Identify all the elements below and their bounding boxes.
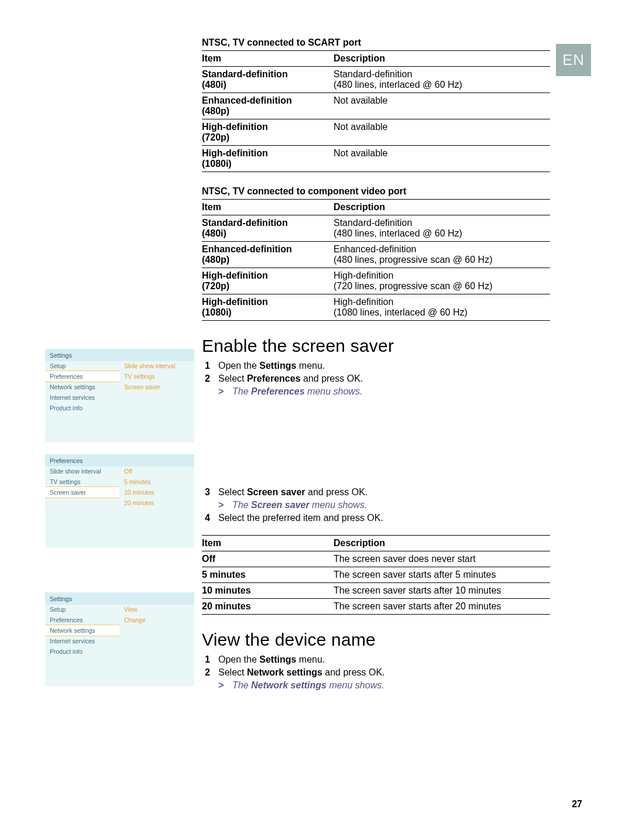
table-caption-scart: NTSC, TV connected to SCART port (202, 37, 550, 48)
step-text: Select Screen saver and press OK. (218, 487, 550, 498)
ui-menu-item: Setup (45, 361, 119, 371)
ui-menu-item: Slide show interval (119, 361, 194, 371)
table-row: High-definition(720p)High-definition(720… (202, 268, 550, 294)
ui-menu-item: View (119, 604, 194, 615)
result: > The Preferences menu shows. (202, 385, 550, 398)
ui-menu-item: Network settings (45, 382, 119, 392)
steps-enable: 1 Open the Settings menu. 2 Select Prefe… (202, 359, 550, 385)
table-row: Standard-definition(480i)Standard-defini… (202, 67, 550, 93)
step: 4 Select the preferred item and press OK… (202, 512, 550, 524)
th-desc: Description (334, 536, 550, 551)
table-row: High-definition(1080i)High-definition(10… (202, 294, 550, 321)
table-row: High-definition(1080i)Not available (202, 146, 550, 172)
steps-enable-cont2: 4 Select the preferred item and press OK… (202, 512, 550, 524)
ui-menu-item: Preferences (45, 371, 119, 382)
table-row: 20 minutesThe screen saver starts after … (202, 599, 550, 615)
ui-menu-item: TV settings (119, 371, 194, 382)
ui-menu-item: Off (119, 466, 194, 476)
ui-menu-item: TV settings (45, 476, 119, 487)
result-text: The Preferences menu shows. (232, 386, 362, 397)
step-num: 2 (202, 667, 210, 678)
table-row: 5 minutesThe screen saver starts after 5… (202, 567, 550, 583)
step-text: Select the preferred item and press OK. (218, 513, 550, 523)
table-caption-component: NTSC, TV connected to component video po… (202, 186, 550, 197)
result-text: The Network settings menu shows. (232, 680, 384, 691)
table-component: Item Description Standard-definition(480… (202, 199, 550, 321)
step: 3 Select Screen saver and press OK. (202, 486, 550, 499)
step-num: 1 (202, 361, 210, 371)
table-saver: Item Description OffThe screen saver doe… (202, 535, 550, 615)
ui-menu-item: Slide show interval (45, 466, 119, 476)
ui-menu-item: 10 minutes (119, 487, 194, 498)
ui-menu-item: Setup (45, 604, 119, 615)
th-item: Item (202, 536, 334, 551)
th-desc: Description (334, 51, 550, 67)
table-row: Enhanced-definition(480p)Enhanced-defini… (202, 242, 550, 268)
th-item: Item (202, 51, 334, 67)
table-row: OffThe screen saver does never start (202, 551, 550, 567)
step: 2 Select Network settings and press OK. (202, 666, 550, 679)
ui-title: Settings (45, 592, 194, 605)
table-row: Enhanced-definition(480p)Not available (202, 93, 550, 119)
result: > The Screen saver menu shows. (202, 499, 550, 512)
page-number: 27 (572, 799, 582, 810)
ui-mock-settings-prefs: Settings SetupPreferencesNetwork setting… (45, 349, 194, 443)
ui-menu-item: Screen saver (119, 382, 194, 392)
result-arrow-icon: > (218, 386, 226, 397)
steps-view: 1 Open the Settings menu. 2 Select Netwo… (202, 653, 550, 679)
ui-menu-item: Internet services (45, 392, 119, 403)
result-text: The Screen saver menu shows. (232, 500, 367, 510)
ui-menu-item: Product info (45, 403, 119, 413)
section-view-title: View the device name (202, 630, 550, 650)
ui-menu-item: Network settings (45, 625, 119, 636)
ui-menu-item: 20 minutes (119, 498, 194, 508)
result-arrow-icon: > (218, 500, 226, 510)
ui-mock-prefs-saver: Preferences Slide show intervalTV settin… (45, 454, 194, 548)
step-num: 1 (202, 654, 210, 665)
th-item: Item (202, 200, 334, 215)
ui-menu-item: Screen saver (45, 486, 119, 498)
ui-menu-item: Preferences (45, 615, 119, 625)
step: 2 Select Preferences and press OK. (202, 372, 550, 385)
ui-menu-item: 5 minutes (119, 476, 194, 487)
table-row: Standard-definition(480i)Standard-defini… (202, 215, 550, 242)
step-text: Open the Settings menu. (218, 654, 550, 665)
step-text: Open the Settings menu. (218, 361, 550, 371)
step-num: 4 (202, 513, 210, 523)
th-desc: Description (334, 200, 550, 215)
table-row: 10 minutesThe screen saver starts after … (202, 583, 550, 599)
language-tab: EN (556, 44, 591, 76)
step-num: 3 (202, 487, 210, 498)
ui-title: Preferences (45, 454, 194, 467)
main-content: NTSC, TV connected to SCART port Item De… (202, 34, 550, 692)
section-enable-title: Enable the screen saver (202, 336, 550, 356)
step-text: Select Preferences and press OK. (218, 373, 550, 384)
ui-menu-item: Internet services (45, 636, 119, 646)
result: > The Network settings menu shows. (202, 679, 550, 692)
step-text: Select Network settings and press OK. (218, 667, 550, 678)
result-arrow-icon: > (218, 680, 226, 691)
table-row: High-definition(720p)Not available (202, 119, 550, 146)
step: 1 Open the Settings menu. (202, 359, 550, 372)
ui-menu-item: Change (119, 615, 194, 625)
step: 1 Open the Settings menu. (202, 653, 550, 666)
steps-enable-cont: 3 Select Screen saver and press OK. (202, 486, 550, 499)
ui-menu-item: Product info (45, 646, 119, 657)
ui-title: Settings (45, 349, 194, 361)
step-num: 2 (202, 373, 210, 384)
table-scart: Item Description Standard-definition(480… (202, 50, 550, 172)
ui-mock-settings-net: Settings SetupPreferencesNetwork setting… (45, 592, 194, 686)
